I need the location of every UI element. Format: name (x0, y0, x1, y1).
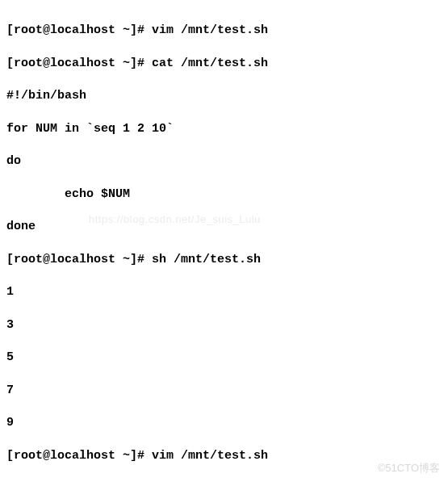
output-line: 7 (6, 383, 442, 399)
shell-prompt: [root@localhost ~]# (6, 449, 152, 463)
script-line: for NUM in `seq 1 2 10` (6, 121, 442, 137)
output-line: 9 (6, 415, 442, 431)
command: vim /mnt/test.sh (152, 449, 268, 463)
output-line: 1 (6, 284, 442, 300)
watermark-text: ©51CTO博客 (378, 461, 440, 476)
output-line: 3 (6, 317, 442, 333)
shell-prompt: [root@localhost ~]# (6, 253, 152, 266)
command: cat /mnt/test.sh (152, 57, 268, 70)
script-line: #!/bin/bash (6, 88, 442, 104)
script-line: echo $NUM (6, 187, 442, 203)
faint-watermark: https://blog.csdn.net/Je_suis_Lulu (89, 212, 261, 227)
terminal-output: [root@localhost ~]# vim /mnt/test.sh [ro… (6, 6, 442, 482)
shell-prompt: [root@localhost ~]# (6, 23, 152, 37)
prompt-line: [root@localhost ~]# sh /mnt/test.sh (6, 252, 442, 268)
script-line: do (6, 153, 442, 170)
prompt-line: [root@localhost ~]# cat /mnt/test.sh (6, 56, 442, 72)
command: sh /mnt/test.sh (152, 253, 261, 266)
shell-prompt: [root@localhost ~]# (6, 57, 152, 70)
prompt-line: [root@localhost ~]# vim /mnt/test.sh (6, 448, 442, 464)
prompt-line: [root@localhost ~]# vim /mnt/test.sh (6, 23, 442, 39)
command: vim /mnt/test.sh (152, 23, 268, 37)
output-line: 5 (6, 350, 442, 366)
